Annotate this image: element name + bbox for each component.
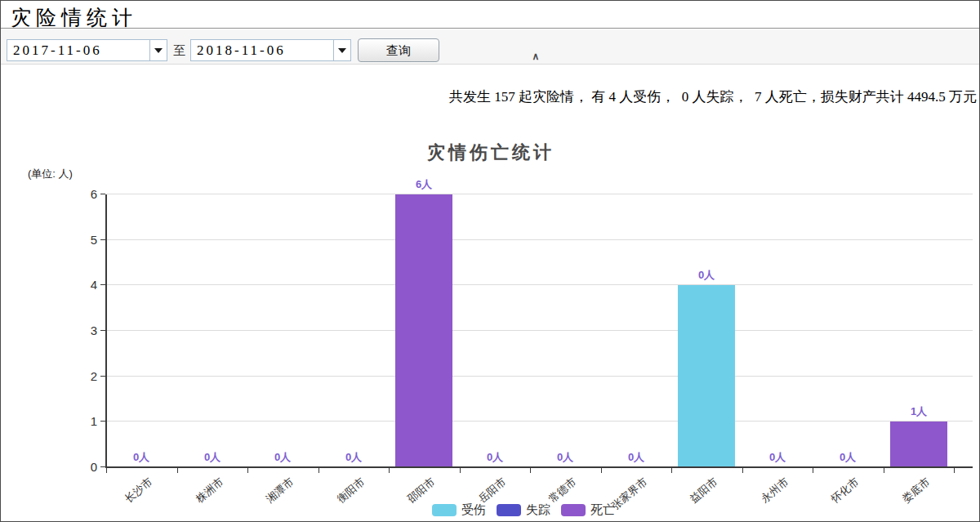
- x-axis-tick: [247, 468, 248, 473]
- end-date-dropdown-button[interactable]: [333, 40, 350, 60]
- y-axis-line: [105, 194, 107, 468]
- gridline: [107, 284, 973, 285]
- x-axis-tick: [742, 468, 743, 473]
- legend-item[interactable]: 受伤: [432, 502, 486, 518]
- x-axis-tick: [389, 468, 390, 473]
- bar-value-label: 0人: [250, 450, 315, 465]
- gridline: [107, 239, 973, 240]
- chevron-down-icon: [338, 48, 346, 53]
- bar-value-label: 0人: [674, 268, 739, 283]
- gridline: [107, 194, 973, 194]
- x-axis-tick: [460, 468, 461, 473]
- page-header: 灾险情统计: [1, 1, 979, 29]
- y-axis-tick-label: 4: [71, 278, 97, 292]
- page-title: 灾险情统计: [11, 4, 137, 31]
- summary-text: 共发生 157 起灾险情， 有 4 人受伤， 0 人失踪， 7 人死亡，损失财产…: [449, 87, 977, 106]
- end-date-select[interactable]: 2018-11-06: [190, 39, 351, 61]
- start-date-value[interactable]: 2017-11-06: [7, 40, 149, 60]
- legend-label: 死亡: [590, 502, 615, 518]
- chevron-down-icon: [154, 48, 163, 53]
- start-date-select[interactable]: 2017-11-06: [7, 39, 167, 61]
- chart-title: 灾情伤亡统计: [1, 141, 980, 165]
- bar-value-label: 0人: [815, 450, 880, 465]
- x-axis-tick: [177, 468, 178, 473]
- x-axis-tick: [106, 468, 107, 473]
- stacked-bar-segment: [890, 422, 947, 466]
- bar-value-label: 6人: [391, 177, 457, 192]
- legend-swatch-icon: [497, 504, 521, 516]
- gridline: [107, 421, 973, 422]
- bar-value-label: 0人: [109, 450, 174, 465]
- query-button[interactable]: 查询: [358, 38, 439, 62]
- x-axis-tick: [813, 468, 813, 473]
- bar-value-label: 1人: [886, 404, 951, 419]
- end-date-value[interactable]: 2018-11-06: [191, 40, 333, 60]
- legend-swatch-icon: [561, 504, 586, 516]
- start-date-dropdown-button[interactable]: [149, 40, 167, 60]
- collapse-panel-button[interactable]: ∧: [527, 51, 545, 63]
- y-axis-tick-label: 6: [71, 187, 97, 201]
- y-axis-tick-label: 2: [71, 369, 97, 383]
- chart-unit-label: (单位: 人): [28, 167, 73, 181]
- disaster-statistics-page: 灾险情统计 2017-11-06 至 2018-11-06 查询 ∧ 共发生 1…: [0, 0, 980, 522]
- y-axis-tick-label: 1: [71, 414, 97, 428]
- x-axis-line: [105, 466, 973, 468]
- x-axis-tick: [671, 468, 672, 473]
- date-range-to-label: 至: [173, 43, 185, 59]
- legend-label: 失踪: [526, 502, 550, 518]
- x-axis-tick: [884, 468, 884, 473]
- gridline: [107, 376, 973, 377]
- stacked-bar-segment: [678, 285, 735, 466]
- x-axis-tick: [530, 468, 531, 473]
- chevron-up-icon: ∧: [532, 51, 540, 62]
- bar-value-label: 0人: [321, 450, 386, 465]
- gridline: [107, 330, 973, 331]
- stacked-bar-segment: [395, 194, 452, 466]
- legend-label: 受伤: [461, 502, 486, 518]
- x-axis-tick: [601, 468, 602, 473]
- bar-value-label: 0人: [180, 450, 245, 465]
- legend-item[interactable]: 死亡: [561, 502, 615, 518]
- y-axis-tick-label: 0: [71, 460, 97, 474]
- legend-swatch-icon: [432, 504, 457, 516]
- bar-value-label: 0人: [604, 450, 669, 465]
- bar-value-label: 0人: [745, 450, 810, 465]
- bar-value-label: 0人: [532, 450, 598, 465]
- x-axis-tick: [318, 468, 319, 473]
- x-axis-tick: [954, 468, 955, 473]
- legend-item[interactable]: 失踪: [497, 502, 550, 518]
- y-axis-tick-label: 5: [71, 233, 97, 247]
- query-toolbar: 2017-11-06 至 2018-11-06 查询: [1, 29, 979, 65]
- bar-value-label: 0人: [462, 450, 528, 465]
- y-axis-tick-label: 3: [71, 323, 97, 337]
- chart-legend: 受伤失踪死亡: [66, 502, 980, 518]
